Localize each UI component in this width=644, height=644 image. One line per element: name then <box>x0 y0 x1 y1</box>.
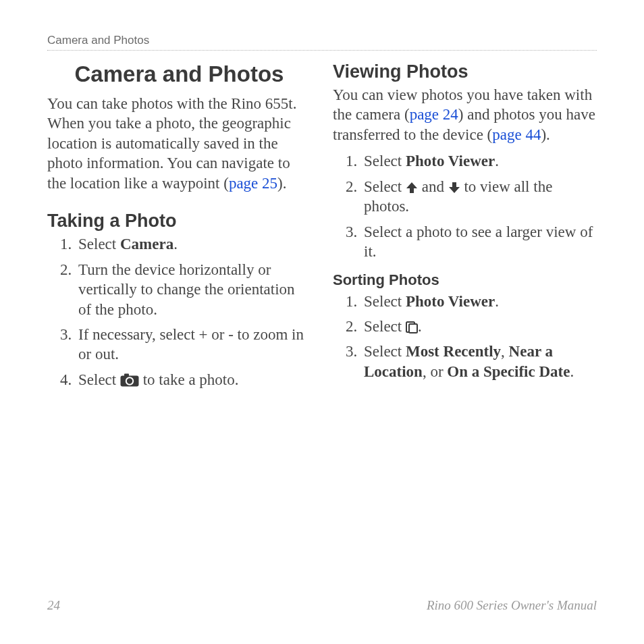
camera-icon <box>120 373 139 387</box>
step-item: Select Photo Viewer. <box>361 292 597 311</box>
step-item: Select a photo to see a larger view of i… <box>361 222 597 262</box>
step-item: Select and to view all the photos. <box>361 177 597 217</box>
xref-page-44[interactable]: page 44 <box>492 126 541 143</box>
keyword-camera: Camera <box>120 236 173 252</box>
step-text: to take a photo. <box>139 371 239 388</box>
heading-taking-a-photo: Taking a Photo <box>47 211 311 232</box>
manual-page: Camera and Photos Camera and Photos You … <box>0 0 644 644</box>
step-text: . <box>173 236 178 252</box>
intro-text-2: ). <box>277 175 286 192</box>
step-text: Select <box>78 371 120 388</box>
step-item: Select to take a photo. <box>76 370 311 390</box>
running-header: Camera and Photos <box>47 34 597 51</box>
step-text: . <box>570 363 574 380</box>
keyword-photo-viewer: Photo Viewer <box>406 293 495 310</box>
step-text: , or <box>423 363 447 380</box>
keyword-on-a-specific-date: On a Specific Date <box>447 363 570 380</box>
step-text: Select <box>364 178 406 195</box>
menu-page-icon <box>406 321 418 333</box>
step-text: Select a photo to see a larger view of i… <box>364 223 593 260</box>
step-text: Select <box>364 318 406 335</box>
arrow-up-icon <box>406 182 418 194</box>
svg-rect-4 <box>409 324 417 333</box>
step-text: and <box>418 178 448 195</box>
column-left: Camera and Photos You can take photos wi… <box>47 59 311 395</box>
keyword-photo-viewer: Photo Viewer <box>406 153 495 169</box>
step-item: Select . <box>361 317 597 336</box>
two-column-layout: Camera and Photos You can take photos wi… <box>47 59 597 395</box>
step-text: Select <box>78 236 120 252</box>
page-number: 24 <box>47 598 60 613</box>
step-text: . <box>495 293 499 310</box>
arrow-down-icon <box>448 182 460 194</box>
svg-rect-1 <box>124 373 129 376</box>
step-text: , <box>501 343 509 360</box>
page-footer: 24 Rino 600 Series Owner's Manual <box>47 598 597 613</box>
step-text: If necessary, select + or - to zoom in o… <box>78 326 304 363</box>
heading-sorting-photos: Sorting Photos <box>333 271 597 289</box>
steps-sorting-photos: Select Photo Viewer. Select . Select Mos… <box>333 292 597 382</box>
xref-page-25[interactable]: page 25 <box>229 175 277 192</box>
step-text: Select <box>364 293 406 310</box>
heading-viewing-photos: Viewing Photos <box>333 61 597 82</box>
intro-paragraph: You can take photos with the Rino 655t. … <box>47 94 311 193</box>
steps-taking-a-photo: Select Camera. Turn the device horizonta… <box>47 234 311 390</box>
step-text: . <box>418 318 422 335</box>
step-item: Select Photo Viewer. <box>361 151 597 171</box>
step-item: Select Camera. <box>76 234 311 254</box>
step-text: Select <box>364 343 406 360</box>
step-text: . <box>495 153 499 169</box>
step-item: Turn the device horizontally or vertical… <box>76 260 311 319</box>
step-item: Select Most Recently, Near a Location, o… <box>361 342 597 381</box>
column-right: Viewing Photos You can view photos you h… <box>333 59 597 395</box>
step-text: Select <box>364 153 406 169</box>
step-item: If necessary, select + or - to zoom in o… <box>76 325 311 365</box>
chapter-title: Camera and Photos <box>47 61 311 87</box>
steps-viewing-photos: Select Photo Viewer. Select and to view … <box>333 151 597 261</box>
keyword-most-recently: Most Recently <box>406 343 501 360</box>
manual-title: Rino 600 Series Owner's Manual <box>427 598 597 613</box>
viewing-text-3: ). <box>541 126 549 143</box>
step-text: Turn the device horizontally or vertical… <box>78 261 295 318</box>
viewing-intro: You can view photos you have taken with … <box>333 85 597 144</box>
xref-page-24[interactable]: page 24 <box>410 106 458 123</box>
